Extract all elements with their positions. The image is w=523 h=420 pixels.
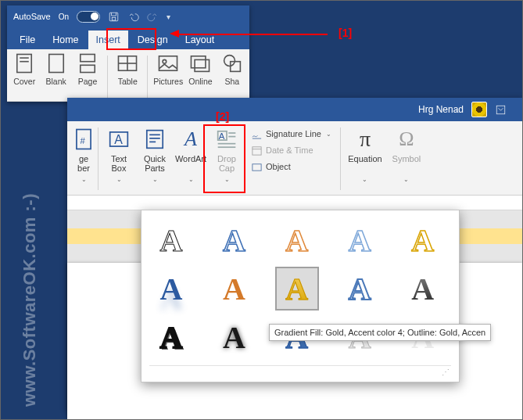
ribbon-panel-bottom: # ge ber ⌄ A Text Box ⌄ Quick Parts ⌄ A … bbox=[67, 121, 522, 196]
svg-rect-22 bbox=[147, 131, 163, 149]
wordart-style-1[interactable]: A bbox=[149, 218, 193, 262]
cmd-date-time[interactable]: Date & Time bbox=[248, 142, 335, 158]
cmd-symbol[interactable]: Ω Symbol ⌄ bbox=[387, 124, 426, 193]
drop-cap-label: Drop Cap bbox=[209, 154, 245, 174]
tab-home[interactable]: Home bbox=[45, 31, 86, 49]
symbol-icon: Ω bbox=[393, 126, 420, 153]
quick-parts-icon bbox=[141, 126, 168, 153]
ribbon-tabs: File Home Insert Design Layout bbox=[7, 27, 249, 49]
ribbon-panel-top: Cover Blank Page Table Pictures Online S… bbox=[7, 49, 249, 102]
ribbon-options-icon[interactable] bbox=[495, 104, 507, 116]
text-box-icon: A bbox=[106, 126, 132, 153]
chevron-down-icon: ⌄ bbox=[224, 176, 230, 183]
separator bbox=[340, 127, 341, 190]
pictures-icon bbox=[156, 52, 180, 74]
svg-rect-2 bbox=[17, 54, 31, 72]
wordart-gallery: A A A A A A A A A A A A A A A ⋰ bbox=[141, 210, 460, 382]
chevron-down-icon: ⌄ bbox=[326, 131, 331, 138]
svg-rect-14 bbox=[195, 59, 209, 71]
document-area: A A A A A A A A A A A A A A A ⋰ Gradient… bbox=[67, 196, 522, 416]
cmd-page-break[interactable]: Page bbox=[73, 52, 102, 101]
chevron-down-icon: ⌄ bbox=[81, 176, 87, 183]
tab-layout[interactable]: Layout bbox=[177, 31, 223, 49]
wordart-style-8-selected[interactable]: A bbox=[275, 267, 319, 311]
cmd-wordart[interactable]: A WordArt ⌄ bbox=[173, 124, 209, 193]
shapes-icon bbox=[220, 52, 244, 74]
qat-customize-icon[interactable]: ▾ bbox=[167, 13, 170, 21]
svg-rect-35 bbox=[253, 163, 261, 170]
ruler[interactable] bbox=[67, 196, 522, 210]
gallery-resize-grip[interactable]: ⋰ bbox=[149, 365, 451, 379]
wordart-style-10[interactable]: A bbox=[401, 267, 445, 311]
cmd-equation[interactable]: π Equation ⌄ bbox=[343, 124, 387, 193]
drop-cap-icon: A bbox=[213, 126, 240, 153]
svg-rect-33 bbox=[253, 146, 261, 154]
wordart-tooltip: Gradient Fill: Gold, Accent color 4; Out… bbox=[269, 324, 491, 341]
svg-rect-13 bbox=[192, 56, 206, 68]
blank-page-label: Blank bbox=[45, 77, 66, 86]
blank-page-icon bbox=[45, 52, 68, 74]
wordart-style-5[interactable]: A bbox=[401, 218, 445, 262]
chevron-down-icon: ⌄ bbox=[188, 176, 194, 183]
redo-icon[interactable] bbox=[147, 11, 159, 23]
cmd-object[interactable]: Object bbox=[248, 159, 335, 174]
cmd-quick-parts[interactable]: Quick Parts ⌄ bbox=[137, 124, 173, 193]
tab-insert[interactable]: Insert bbox=[88, 31, 128, 49]
undo-icon[interactable] bbox=[127, 11, 139, 23]
word-window-top: AutoSave On ▾ File Home Insert Design La… bbox=[7, 5, 249, 102]
page-number-icon: # bbox=[70, 126, 97, 153]
svg-rect-6 bbox=[81, 54, 95, 61]
cover-page-icon bbox=[13, 52, 36, 74]
text-group-stack: Signature Line ⌄ Date & Time Object bbox=[245, 124, 338, 193]
svg-text:A: A bbox=[114, 133, 123, 146]
chevron-down-icon: ⌄ bbox=[152, 176, 158, 183]
cmd-table[interactable]: Table bbox=[113, 52, 141, 101]
page-break-icon bbox=[76, 52, 99, 74]
cmd-cover-page[interactable]: Cover bbox=[10, 52, 38, 101]
wordart-style-9[interactable]: A bbox=[338, 267, 382, 311]
cmd-pictures[interactable]: Pictures bbox=[153, 52, 183, 101]
wordart-style-12[interactable]: A bbox=[212, 315, 256, 359]
wordart-style-11[interactable]: A bbox=[149, 315, 193, 359]
save-icon[interactable] bbox=[108, 11, 120, 23]
svg-rect-1 bbox=[112, 17, 116, 20]
wordart-style-6[interactable]: A bbox=[149, 267, 193, 311]
cmd-text-box[interactable]: A Text Box ⌄ bbox=[101, 124, 137, 193]
table-label: Table bbox=[118, 77, 138, 86]
titlebar: AutoSave On ▾ bbox=[7, 5, 249, 27]
separator bbox=[107, 56, 108, 98]
annotation-label-1: [1] bbox=[339, 27, 352, 39]
text-box-label: Text Box bbox=[111, 154, 127, 174]
svg-rect-5 bbox=[48, 54, 63, 72]
cmd-signature-line[interactable]: Signature Line ⌄ bbox=[248, 126, 335, 142]
page-number-label: ge ber bbox=[77, 154, 90, 174]
wordart-style-2[interactable]: A bbox=[212, 218, 256, 262]
cmd-page-number[interactable]: # ge ber ⌄ bbox=[72, 124, 95, 193]
user-name: Hrg Nenad bbox=[418, 104, 464, 115]
equation-icon: π bbox=[352, 126, 378, 153]
online-pictures-icon bbox=[188, 52, 212, 74]
table-icon bbox=[116, 52, 139, 74]
wordart-style-4[interactable]: A bbox=[338, 218, 382, 262]
chevron-down-icon: ⌄ bbox=[403, 176, 409, 183]
svg-rect-17 bbox=[496, 106, 505, 114]
tab-file[interactable]: File bbox=[12, 31, 43, 49]
quick-parts-label: Quick Parts bbox=[144, 154, 166, 174]
wordart-label: WordArt bbox=[175, 154, 206, 174]
tab-design[interactable]: Design bbox=[130, 31, 176, 49]
wordart-style-7[interactable]: A bbox=[212, 267, 256, 311]
object-label: Object bbox=[266, 162, 291, 171]
svg-point-15 bbox=[224, 56, 235, 66]
wordart-style-3[interactable]: A bbox=[275, 218, 319, 262]
svg-point-12 bbox=[163, 59, 167, 63]
autosave-state: On bbox=[59, 13, 69, 21]
autosave-toggle[interactable] bbox=[77, 11, 100, 23]
cmd-blank-page[interactable]: Blank bbox=[41, 52, 70, 101]
watermark-text: www.SoftwareOK.com :-) bbox=[20, 193, 40, 407]
cmd-online-pictures[interactable]: Online bbox=[186, 52, 214, 101]
wordart-icon: A bbox=[177, 126, 204, 153]
user-avatar[interactable] bbox=[471, 102, 487, 117]
cmd-shapes[interactable]: Sha bbox=[218, 52, 246, 101]
cmd-drop-cap[interactable]: A Drop Cap ⌄ bbox=[209, 124, 245, 193]
autosave-label: AutoSave bbox=[13, 12, 51, 21]
